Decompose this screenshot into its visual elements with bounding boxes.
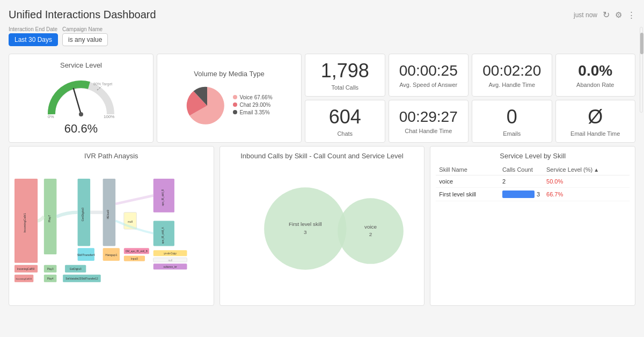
- inbound-calls-title: Inbound Calls by Skill - Call Count and …: [225, 152, 419, 160]
- abandon-rate-value: 0.0%: [578, 62, 612, 79]
- avg-speed-value: 00:00:25: [399, 62, 458, 79]
- svg-text:0%: 0%: [48, 114, 54, 119]
- email-handle-value: Ø: [588, 106, 603, 128]
- volume-by-media-card: Volume by Media Type Voice 67.66% Chat 2…: [157, 54, 302, 143]
- svg-text:2: 2: [369, 231, 372, 237]
- campaign-filter-label: Campaign Name: [62, 26, 108, 32]
- avg-handle-card: 00:02:20 Avg. Handle Time: [472, 54, 552, 97]
- avg-speed-label: Avg. Speed of Answer: [399, 82, 457, 88]
- col-service-level: Service Level (%)▲: [543, 164, 630, 175]
- svg-text:Play7: Play7: [48, 215, 51, 223]
- service-level-card: Service Level 0% 100% 80% Target 60.6%: [9, 54, 153, 143]
- avg-handle-label: Avg. Handle Time: [488, 82, 535, 88]
- service-level-skill-title: Service Level by Skill: [436, 152, 630, 160]
- legend-email: Email 3.35%: [233, 109, 272, 115]
- emails-card: 0 Emails: [472, 100, 552, 143]
- col-skill-name: Skill Name: [436, 164, 499, 175]
- charts-row: IVR Path Anaysis IncomingCallr1 Play7 Ge…: [9, 146, 635, 306]
- total-calls-card: 1,798 Total Calls: [305, 54, 385, 97]
- date-filter-label: Interaction End Date: [9, 26, 58, 32]
- svg-line-0: [74, 89, 81, 114]
- total-calls-value: 1,798: [321, 60, 369, 82]
- cell-skill-name: First level skill: [436, 188, 499, 201]
- ivr-path-card: IVR Path Anaysis IncomingCallr1 Play7 Ge…: [9, 146, 214, 306]
- svg-text:IncomingCall16: IncomingCall16: [16, 277, 32, 280]
- email-handle-label: Email Handle Time: [570, 130, 620, 137]
- svg-text:GetDigits0: GetDigits0: [81, 208, 84, 222]
- svg-text:null: null: [168, 259, 172, 262]
- cell-calls-count: 2: [499, 175, 543, 188]
- filter-bar: Interaction End Date Last 30 Days Campai…: [9, 26, 635, 46]
- inbound-calls-card: Inbound Calls by Skill - Call Count and …: [219, 146, 425, 306]
- pie-chart-container: Voice 67.66% Chat 29.00% Email 3.35%: [186, 84, 272, 127]
- svg-point-46: [264, 187, 346, 269]
- more-icon[interactable]: ⋮: [627, 10, 635, 20]
- emails-label: Emails: [503, 130, 521, 137]
- chat-handle-value: 00:29:27: [399, 108, 458, 126]
- header-actions: just now ↻ ⚙ ⋮: [574, 10, 635, 20]
- chats-value: 604: [329, 106, 361, 128]
- emails-value: 0: [507, 106, 517, 128]
- service-level-skill-card: Service Level by Skill Skill Name Calls …: [430, 146, 635, 306]
- chat-handle-label: Chat Handle Time: [405, 128, 452, 134]
- svg-text:IncomingCall50: IncomingCall50: [17, 268, 35, 270]
- table-row: First level skill 3 66.7%: [436, 188, 630, 201]
- date-filter-group: Interaction End Date Last 30 Days: [9, 26, 58, 46]
- chats-card: 604 Chats: [305, 100, 385, 143]
- svg-text:IncomingCallr1: IncomingCallr1: [23, 213, 26, 232]
- pie-svg: [186, 84, 229, 127]
- svg-text:apo_IB_skill_A: apo_IB_skill_A: [162, 226, 164, 244]
- service-level-value: 60.6%: [64, 122, 98, 136]
- filter-icon[interactable]: ⚙: [615, 10, 622, 20]
- gauge-svg: 0% 100% 80% Target: [43, 71, 119, 120]
- legend-voice: Voice 67.66%: [233, 94, 272, 100]
- volume-title: Volume by Media Type: [194, 70, 264, 78]
- svg-text:Play3: Play3: [47, 268, 54, 270]
- refresh-icon[interactable]: ↻: [603, 10, 610, 20]
- svg-text:3: 3: [304, 229, 307, 235]
- svg-text:yv-sk-Copy: yv-sk-Copy: [164, 252, 177, 255]
- timestamp-label: just now: [574, 11, 597, 19]
- svg-text:sultanоv_ivr: sultanоv_ivr: [164, 266, 177, 268]
- svg-text:Play4: Play4: [47, 277, 54, 280]
- svg-text:100%: 100%: [104, 114, 114, 119]
- svg-text:SetVariable23SkillTransfer12: SetVariable23SkillTransfer12: [65, 277, 98, 280]
- col-calls-count: Calls Count: [499, 164, 543, 175]
- svg-text:voice: voice: [364, 224, 377, 230]
- page-title: Unified Interactions Dashboard: [9, 9, 156, 21]
- chat-handle-card: 00:29:27 Chat Handle Time: [389, 100, 469, 143]
- svg-text:IfElse9: IfElse9: [106, 210, 109, 219]
- cell-service-level: 66.7%: [543, 188, 630, 201]
- table-row: voice 2 50.0%: [436, 175, 630, 188]
- avg-handle-value: 00:02:20: [482, 62, 541, 79]
- svg-point-49: [338, 198, 404, 264]
- campaign-filter-button[interactable]: is any value: [62, 33, 108, 46]
- abandon-rate-card: 0.0% Abandon Rate: [555, 54, 636, 97]
- svg-text:80% Target: 80% Target: [93, 82, 112, 86]
- cell-skill-name: voice: [436, 175, 499, 188]
- cell-calls-bar: 3: [499, 188, 543, 201]
- legend-chat: Chat 29.00%: [233, 102, 272, 108]
- bubble-svg: First level skill 3 voice 2: [225, 164, 419, 293]
- campaign-filter-group: Campaign Name is any value: [62, 26, 108, 46]
- svg-text:apo_IB_skill_B: apo_IB_skill_B: [162, 189, 164, 206]
- avg-speed-card: 00:00:25 Avg. Speed of Answer: [389, 54, 469, 97]
- email-handle-card: Ø Email Handle Time: [555, 100, 636, 143]
- svg-text:Hangup1: Hangup1: [105, 253, 117, 257]
- date-filter-button[interactable]: Last 30 Days: [9, 33, 58, 46]
- chats-label: Chats: [337, 130, 353, 137]
- svg-point-1: [79, 112, 83, 116]
- service-level-title: Service Level: [60, 61, 102, 69]
- cell-service-level: 50.0%: [543, 175, 630, 188]
- abandon-rate-label: Abandon Rate: [576, 82, 614, 88]
- ivr-sankey-svg: IncomingCallr1 Play7 GetDigits0 IfElse9 …: [14, 164, 208, 298]
- svg-text:null: null: [128, 220, 133, 223]
- pie-legend: Voice 67.66% Chat 29.00% Email 3.35%: [233, 94, 272, 117]
- svg-text:DM_apo_IB_skill_B: DM_apo_IB_skill_B: [126, 250, 148, 253]
- svg-text:GetDigits3: GetDigits3: [70, 268, 82, 270]
- svg-text:Input3: Input3: [131, 258, 138, 260]
- ivr-path-title: IVR Path Anaysis: [14, 152, 208, 160]
- total-calls-label: Total Calls: [331, 84, 358, 91]
- svg-text:First level skill: First level skill: [289, 221, 322, 227]
- svg-text:SkillTransfer4: SkillTransfer4: [77, 253, 95, 257]
